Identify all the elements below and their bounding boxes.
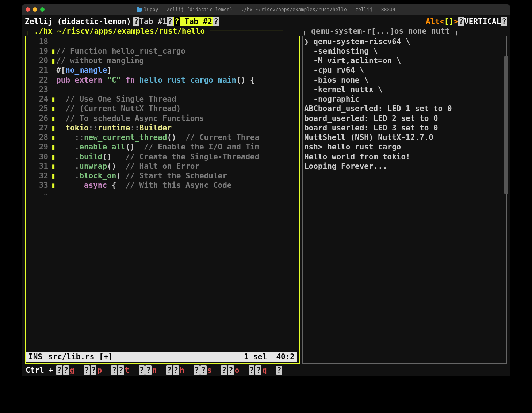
line-number: 22 bbox=[26, 75, 51, 85]
change-marker-icon: ▮ bbox=[51, 114, 56, 123]
editor-content[interactable]: 18 19▮// Function hello_rust_cargo20▮// … bbox=[26, 37, 298, 190]
code-text: async { // With this Async Code bbox=[56, 181, 231, 190]
code-line[interactable]: 33▮ async { // With this Async Code bbox=[26, 181, 298, 190]
code-text: pub extern "C" fn hello_rust_cargo_main(… bbox=[56, 75, 255, 85]
title-text: luppy — Zellij (didactic-lemon) - ./hx ~… bbox=[144, 7, 395, 12]
code-text: // To schedule Async Functions bbox=[56, 114, 204, 123]
alt-label: Alt bbox=[426, 17, 440, 26]
editor-selection: 1 sel bbox=[244, 352, 267, 361]
code-line[interactable]: 31▮ .unwrap() // Halt on Error bbox=[26, 162, 298, 171]
code-line[interactable]: 30▮ .build() // Create the Single-Thread… bbox=[26, 152, 298, 162]
shortcut-t[interactable]: ?? t bbox=[111, 365, 129, 375]
tab-2-active[interactable]: ? Tab #2 bbox=[173, 17, 213, 26]
code-line[interactable]: 28▮ ::new_current_thread() // Current Th… bbox=[26, 133, 298, 142]
shortcut-g[interactable]: ?? g bbox=[56, 365, 74, 375]
terminal-line: ABCboard_userled: LED 1 set to 0 bbox=[304, 104, 505, 113]
terminal-line: -kernel nuttx \ bbox=[304, 85, 505, 94]
code-line[interactable]: 22 pub extern "C" fn hello_rust_cargo_ma… bbox=[26, 75, 298, 85]
terminal-line: board_userled: LED 3 set to 0 bbox=[304, 123, 505, 133]
line-number: 32 bbox=[26, 171, 51, 181]
window-title: luppy — Zellij (didactic-lemon) - ./hx ~… bbox=[22, 7, 510, 12]
editor-pane-body: 18 19▮// Function hello_rust_cargo20▮// … bbox=[25, 36, 300, 364]
right-cap-icon: ? bbox=[213, 17, 219, 26]
left-cap-icon: ? bbox=[133, 17, 139, 26]
panes-container: ┌ ./hx ~/riscv/apps/examples/rust/hello … bbox=[25, 26, 507, 364]
shortcut-p[interactable]: ?? p bbox=[84, 365, 102, 375]
line-number: 25 bbox=[26, 104, 51, 113]
editor-file: src/lib.rs [+] bbox=[42, 352, 244, 361]
line-number: 29 bbox=[26, 142, 51, 152]
code-line[interactable]: 25▮ // (Current NuttX Thread) bbox=[26, 104, 298, 113]
change-marker-icon: ▮ bbox=[51, 142, 56, 152]
code-text: tokio::runtime::Builder bbox=[56, 123, 172, 133]
shortcut-n[interactable]: ?? n bbox=[139, 365, 157, 375]
zellij-topbar: Zellij (didactic-lemon) ? Tab #1 ? ? Tab… bbox=[25, 17, 507, 26]
shortcut-o[interactable]: ?? o bbox=[221, 365, 239, 375]
code-text: .block_on( // Start the Scheduler bbox=[56, 171, 227, 181]
change-marker-icon: ▮ bbox=[51, 123, 56, 133]
code-text: // (Current NuttX Thread) bbox=[56, 104, 181, 113]
code-text: .build() // Create the Single-Threaded bbox=[56, 152, 259, 162]
shortcut-s[interactable]: ?? s bbox=[194, 365, 212, 375]
terminal-window: luppy — Zellij (didactic-lemon) - ./hx ~… bbox=[22, 4, 510, 376]
terminal-line: -M virt,aclint=on \ bbox=[304, 56, 505, 65]
editor-eof-tilde: ~ bbox=[26, 190, 298, 198]
code-text: #[no_mangle] bbox=[56, 65, 112, 75]
code-text: // Function hello_rust_cargo bbox=[56, 46, 185, 56]
zellij-bottombar: Ctrl + ?? g ?? p ?? t ?? n ?? h ?? s ?? … bbox=[25, 364, 507, 375]
terminal-line: Looping Forever... bbox=[304, 162, 505, 171]
terminal-line: board_userled: LED 2 set to 0 bbox=[304, 114, 505, 123]
layout-end-icon: ? bbox=[501, 17, 507, 26]
shortcut-list: ?? g ?? p ?? t ?? n ?? h ?? s ?? o ?? q … bbox=[56, 365, 282, 375]
layout-label: VERTICAL bbox=[464, 17, 501, 26]
focus-indicator: <[]> bbox=[440, 17, 458, 26]
zellij-session-label: Zellij (didactic-lemon) bbox=[25, 17, 131, 26]
code-line[interactable]: 29▮ .enable_all() // Enable the I/O and … bbox=[26, 142, 298, 152]
code-line[interactable]: 18 bbox=[26, 37, 298, 46]
code-text: .unwrap() // Halt on Error bbox=[56, 162, 199, 171]
line-number: 33 bbox=[26, 181, 51, 190]
qemu-pane[interactable]: ┌ qemu-system-r[...]os none nutt ┐ ❯ qem… bbox=[302, 26, 507, 364]
editor-mode: INS bbox=[28, 352, 42, 361]
line-number: 23 bbox=[26, 85, 51, 94]
code-line[interactable]: 26▮ // To schedule Async Functions bbox=[26, 114, 298, 123]
shortcut-q[interactable]: ?? q bbox=[249, 365, 267, 375]
terminal-body: Zellij (didactic-lemon) ? Tab #1 ? ? Tab… bbox=[22, 15, 510, 376]
code-line[interactable]: 21 #[no_mangle] bbox=[26, 65, 298, 75]
code-text: // Use One Single Thread bbox=[56, 94, 176, 104]
shortcut-end-icon: ? bbox=[276, 366, 282, 375]
qemu-output[interactable]: ❯ qemu-system-riscv64 \ -semihosting \ -… bbox=[303, 37, 505, 171]
line-number: 26 bbox=[26, 114, 51, 123]
shortcut-h[interactable]: ?? h bbox=[166, 365, 184, 375]
change-marker-icon: ▮ bbox=[51, 152, 56, 162]
line-number: 19 bbox=[26, 46, 51, 56]
change-marker-icon bbox=[51, 37, 56, 46]
code-line[interactable]: 20▮// without mangling bbox=[26, 56, 298, 65]
tab-1[interactable]: Tab #1 bbox=[139, 17, 167, 26]
change-marker-icon: ▮ bbox=[51, 46, 56, 56]
layout-cap-icon: ? bbox=[458, 17, 464, 26]
change-marker-icon bbox=[51, 75, 56, 85]
code-line[interactable]: 32▮ .block_on( // Start the Scheduler bbox=[26, 171, 298, 181]
code-line[interactable]: 19▮// Function hello_rust_cargo bbox=[26, 46, 298, 56]
code-line[interactable]: 27▮ tokio::runtime::Builder bbox=[26, 123, 298, 133]
line-number: 31 bbox=[26, 162, 51, 171]
editor-statusline: INS src/lib.rs [+] 1 sel 40:2 bbox=[26, 352, 297, 362]
line-number: 18 bbox=[26, 37, 51, 46]
window-titlebar: luppy — Zellij (didactic-lemon) - ./hx ~… bbox=[22, 4, 510, 15]
editor-cursor-pos: 40:2 bbox=[276, 352, 295, 361]
change-marker-icon: ▮ bbox=[51, 94, 56, 104]
scrollbar[interactable] bbox=[504, 56, 508, 194]
code-line[interactable]: 24▮ // Use One Single Thread bbox=[26, 94, 298, 104]
code-line[interactable]: 23 bbox=[26, 85, 298, 94]
code-text: ::new_current_thread() // Current Threa bbox=[56, 133, 259, 142]
terminal-line: -nographic bbox=[304, 94, 505, 104]
change-marker-icon bbox=[51, 65, 56, 75]
editor-pane[interactable]: ┌ ./hx ~/riscv/apps/examples/rust/hello … bbox=[25, 26, 300, 364]
terminal-line: ❯ qemu-system-riscv64 \ bbox=[304, 37, 505, 46]
change-marker-icon: ▮ bbox=[51, 171, 56, 181]
change-marker-icon: ▮ bbox=[51, 104, 56, 113]
terminal-line: -semihosting \ bbox=[304, 46, 505, 56]
code-text: // without mangling bbox=[56, 56, 144, 65]
terminal-line: -cpu rv64 \ bbox=[304, 65, 505, 75]
